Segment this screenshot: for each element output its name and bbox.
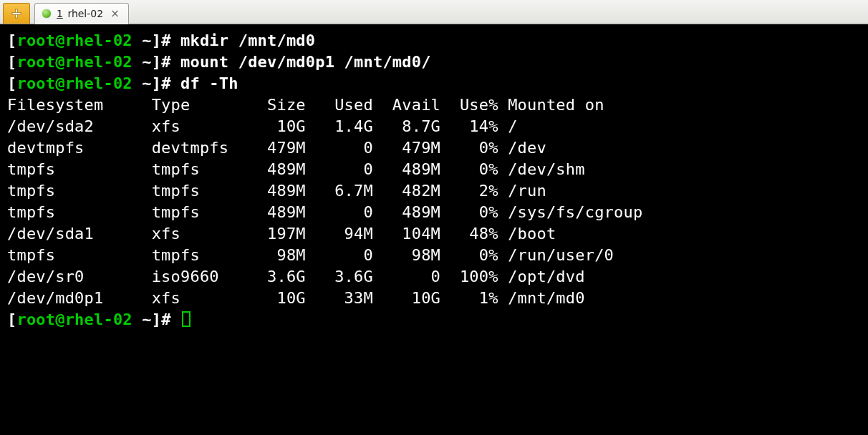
tab-bar: 1 rhel-02 × bbox=[0, 0, 868, 24]
df-output: Filesystem Type Size Used Avail Use% Mou… bbox=[7, 96, 642, 307]
command-df: df -Th bbox=[180, 74, 238, 92]
command-mount: mount /dev/md0p1 /mnt/md0/ bbox=[180, 53, 431, 71]
prompt-line-4: [root@rhel-02 ~]# bbox=[7, 311, 180, 328]
prompt-line-3: [root@rhel-02 ~]# df -Th bbox=[7, 74, 238, 92]
tab-title-text: rhel-02 bbox=[67, 8, 103, 19]
svg-rect-1 bbox=[12, 13, 21, 15]
tab-title: 1 rhel-02 bbox=[57, 8, 103, 19]
new-tab-button[interactable] bbox=[3, 3, 30, 24]
tab-rhel-02[interactable]: 1 rhel-02 × bbox=[34, 3, 129, 24]
terminal[interactable]: [root@rhel-02 ~]# mkdir /mnt/md0 [root@r… bbox=[0, 24, 868, 435]
status-icon bbox=[42, 9, 51, 18]
command-mkdir: mkdir /mnt/md0 bbox=[180, 31, 315, 49]
plus-icon bbox=[11, 8, 22, 19]
cursor bbox=[182, 311, 191, 327]
prompt-line-2: [root@rhel-02 ~]# mount /dev/md0p1 /mnt/… bbox=[7, 53, 431, 71]
tab-close-button[interactable]: × bbox=[109, 7, 121, 20]
tab-index: 1 bbox=[57, 8, 63, 19]
terminal-output: [root@rhel-02 ~]# mkdir /mnt/md0 [root@r… bbox=[7, 30, 861, 331]
prompt-line-1: [root@rhel-02 ~]# mkdir /mnt/md0 bbox=[7, 31, 315, 49]
